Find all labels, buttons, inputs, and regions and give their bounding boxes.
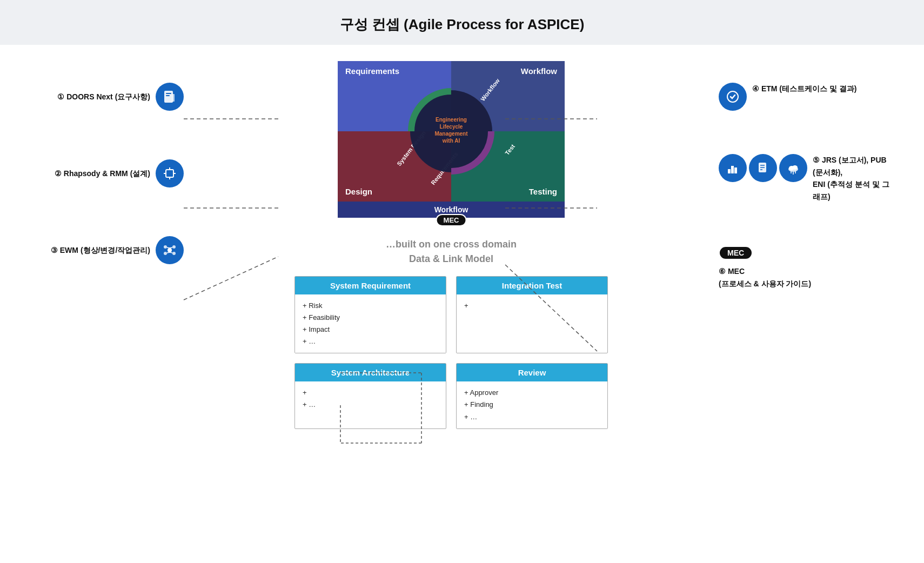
svg-point-13 [172,252,176,255]
svg-line-17 [170,252,172,253]
left-label-doors: ① DOORS Next (요구사항) [57,83,184,111]
box-review: Review + Approver+ Finding+ … [456,363,608,428]
quad-workflow-top: Workflow [451,61,565,131]
doors-icon [156,83,184,111]
built-on-text: …built on one cross domainData & Link Mo… [386,237,517,266]
lower-boxes: System Requirement + Risk+ Feasibility+ … [294,276,608,429]
svg-rect-3 [172,94,175,102]
right-labels: ④ ETM (테스트케이스 및 결과) [719,61,892,290]
svg-rect-1 [166,93,171,94]
quad-design: Design [338,131,451,202]
box-system-architecture: System Architecture ++ … [294,363,446,428]
left-label-ewm: ③ EWM (형상/변경/작업관리) [51,236,184,264]
diagram-area: ① DOORS Next (요구사항) ② Rhapsody & RMM (설계… [32,61,892,429]
etm-label: ④ ETM (테스트케이스 및 결과) [752,83,856,95]
ewm-label: ③ EWM (형상/변경/작업관리) [51,244,150,256]
svg-point-10 [164,245,167,249]
left-labels: ① DOORS Next (요구사항) ② Rhapsody & RMM (설계… [32,61,184,264]
int-test-body: + [457,294,607,338]
quad-diagram: Requirements Workflow Design Testing [338,61,565,218]
etm-icon [719,83,747,111]
svg-point-9 [168,248,172,252]
svg-rect-0 [164,91,173,103]
doc-chart-icon [749,154,777,182]
sys-arch-body: ++ … [295,381,446,425]
quad-requirements: Requirements [338,61,451,131]
quad-grid: Requirements Workflow Design Testing [338,61,565,202]
box-system-requirement: System Requirement + Risk+ Feasibility+ … [294,276,446,353]
center-diagram: Requirements Workflow Design Testing [262,61,640,429]
jrs-label: ⑤ JRS (보고서), PUB (문서화),ENI (추적성 분석 및 그래프… [813,154,892,203]
mec-label: ⑥ MEC(프로세스 & 사용자 가이드) [719,265,811,290]
sys-arch-header: System Architecture [295,364,446,381]
ewm-icon [156,236,184,264]
mec-badge-center: MEC [436,214,467,226]
page-title: 구성 컨셉 (Agile Process for ASPICE) [0,0,924,45]
review-body: + Approver+ Finding+ … [457,381,607,428]
right-label-mec: MEC ⑥ MEC(프로세스 & 사용자 가이드) [719,246,811,290]
svg-rect-2 [166,95,170,96]
bar-chart-icon [719,154,747,182]
quad-testing: Testing [451,131,565,202]
svg-point-12 [164,252,167,255]
svg-line-14 [167,247,170,248]
sys-req-body: + Risk+ Feasibility+ Impact+ … [295,294,446,353]
workflow-bar: Workflow MEC [338,202,565,218]
right-label-jrs: ⑤ JRS (보고서), PUB (문서화),ENI (추적성 분석 및 그래프… [719,154,892,203]
svg-rect-30 [728,169,731,173]
main-content: ① DOORS Next (요구사항) ② Rhapsody & RMM (설계… [0,45,924,563]
mec-badge-right: MEC [719,246,753,260]
svg-line-15 [170,247,172,248]
svg-point-11 [172,245,176,249]
review-header: Review [457,364,607,381]
jrs-icons [719,154,807,182]
int-test-header: Integration Test [457,277,607,294]
svg-point-39 [792,165,798,170]
svg-rect-32 [734,167,737,173]
etm-icons [719,83,747,111]
rhapsody-icon [156,159,184,187]
svg-line-16 [167,252,170,253]
svg-rect-31 [731,166,734,173]
doors-label: ① DOORS Next (요구사항) [57,91,150,103]
right-label-etm: ④ ETM (테스트케이스 및 결과) [719,83,856,111]
cloud-icon [779,154,807,182]
svg-rect-4 [166,170,173,177]
sys-req-header: System Requirement [295,277,446,294]
rhapsody-label: ② Rhapsody & RMM (설계) [55,167,150,179]
box-integration-test: Integration Test + [456,276,608,353]
left-label-rhapsody: ② Rhapsody & RMM (설계) [55,159,184,187]
